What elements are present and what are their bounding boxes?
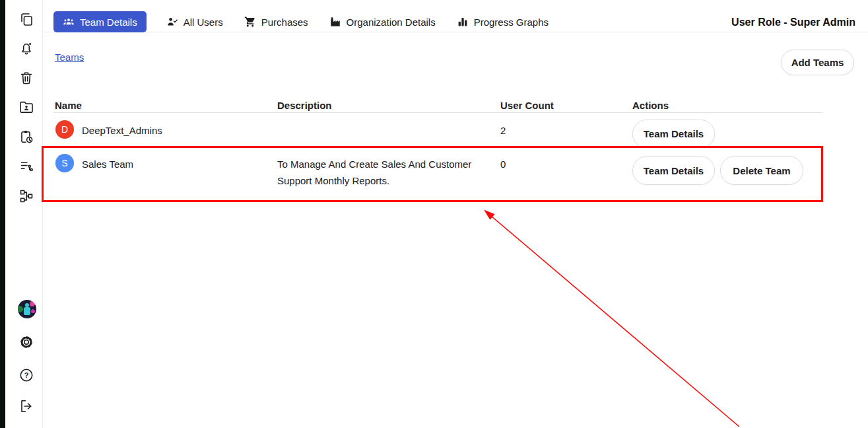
team-avatar: D <box>55 120 74 139</box>
team-description: To Manage And Create Sales And Customer … <box>277 156 477 189</box>
tab-bar: Team Details All Users Purchases Organiz… <box>53 11 550 32</box>
annotation-arrow <box>0 0 868 428</box>
svg-text:?: ? <box>24 371 29 379</box>
logout-icon[interactable] <box>18 398 34 414</box>
copy-icon[interactable] <box>18 11 34 27</box>
notification-bell-icon[interactable] <box>18 40 34 56</box>
tab-all-users[interactable]: All Users <box>165 11 224 32</box>
delete-team-button[interactable]: Delete Team <box>720 156 803 185</box>
breadcrumb-teams-link[interactable]: Teams <box>55 52 84 63</box>
person-check-icon <box>166 16 178 28</box>
tab-organization-details[interactable]: Organization Details <box>328 11 437 32</box>
settings-gear-icon[interactable] <box>18 334 34 350</box>
tab-label: Purchases <box>261 17 308 28</box>
tab-label: All Users <box>184 17 223 28</box>
user-avatar[interactable] <box>18 300 36 318</box>
team-name: DeepText_Admins <box>82 125 162 136</box>
team-avatar: S <box>55 154 74 172</box>
tab-team-details[interactable]: Team Details <box>53 11 147 32</box>
help-icon[interactable]: ? <box>18 367 34 383</box>
clipboard-clock-icon[interactable] <box>18 129 34 145</box>
document-flow-icon[interactable] <box>18 158 34 174</box>
folder-user-icon[interactable] <box>18 99 34 115</box>
left-dark-rail <box>0 0 5 428</box>
tab-label: Progress Graphs <box>474 17 549 28</box>
team-details-button[interactable]: Team Details <box>632 156 715 185</box>
column-header-name: Name <box>55 100 82 111</box>
column-header-description: Description <box>277 100 332 111</box>
tab-progress-graphs[interactable]: Progress Graphs <box>455 11 550 32</box>
team-user-count: 0 <box>500 159 506 170</box>
avatar-initial: D <box>61 124 68 135</box>
factory-icon <box>329 16 341 28</box>
team-user-count: 2 <box>500 125 506 136</box>
groups-icon <box>63 16 75 28</box>
add-teams-button[interactable]: Add Teams <box>781 50 854 75</box>
table-header-divider <box>53 112 822 113</box>
team-name: Sales Team <box>82 159 133 170</box>
avatar-initial: S <box>61 158 67 168</box>
bar-chart-icon <box>457 16 469 28</box>
trash-icon[interactable] <box>18 70 34 86</box>
avatar-figure-body <box>24 307 30 315</box>
tab-label: Organization Details <box>347 17 436 28</box>
cart-icon <box>244 16 256 28</box>
tab-purchases[interactable]: Purchases <box>243 11 310 32</box>
icon-sidebar: ? <box>5 0 43 428</box>
tab-label: Team Details <box>80 17 137 28</box>
team-details-button[interactable]: Team Details <box>632 120 715 148</box>
column-header-actions: Actions <box>632 100 669 111</box>
column-header-user-count: User Count <box>500 100 554 111</box>
hierarchy-icon[interactable] <box>18 188 34 204</box>
user-role-label: User Role - Super Admin <box>731 17 855 28</box>
